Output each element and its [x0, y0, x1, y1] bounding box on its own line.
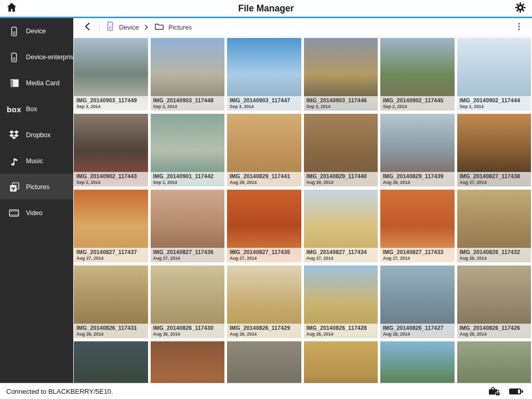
status-icons: [488, 385, 526, 397]
dropbox-icon: [6, 129, 22, 141]
file-tile[interactable]: IMG_20140826_117427Aug 26, 2014: [380, 265, 455, 338]
page-title: File Manager: [0, 3, 532, 14]
file-tile[interactable]: IMG_20140827_117436Aug 27, 2014: [151, 190, 225, 262]
file-tile[interactable]: IMG_20140903_117446Sep 3, 2014: [304, 38, 378, 111]
file-tile[interactable]: [74, 341, 148, 383]
file-tile[interactable]: [380, 341, 455, 383]
file-date: Aug 29, 2014: [307, 180, 376, 185]
file-tile[interactable]: IMG_20140827_117435Aug 27, 2014: [227, 190, 301, 262]
file-tile[interactable]: IMG_20140827_117434Aug 27, 2014: [304, 190, 378, 262]
sidebar-item-device-enterprise[interactable]: Device-enterprise: [0, 44, 73, 70]
file-date: Aug 27, 2014: [307, 256, 376, 261]
file-name: IMG_20140827_117438: [460, 173, 529, 179]
file-name: IMG_20140903_117447: [230, 97, 299, 103]
video-icon: [6, 207, 22, 219]
box-logo-icon: box: [6, 105, 22, 114]
sidebar: Device Device-enterprise Media CardboxBo…: [0, 18, 73, 383]
breadcrumb-item-device[interactable]: Device: [105, 20, 139, 34]
file-tile[interactable]: IMG_20140829_117441Aug 29, 2014: [227, 114, 301, 187]
file-name: IMG_20140826_117432: [460, 249, 529, 255]
file-label: IMG_20140827_117436Aug 27, 2014: [151, 248, 225, 262]
sidebar-item-media-card[interactable]: Media Card: [0, 70, 73, 96]
file-date: Aug 27, 2014: [460, 180, 529, 185]
sidebar-item-pictures[interactable]: Pictures: [0, 174, 73, 200]
file-date: Aug 27, 2014: [76, 256, 145, 261]
file-name: IMG_20140901_117442: [153, 173, 222, 179]
sidebar-item-label: Pictures: [26, 183, 49, 191]
photo-thumbnail: [151, 341, 225, 383]
sidebar-item-dropbox[interactable]: Dropbox: [0, 122, 73, 148]
file-tile[interactable]: IMG_20140826_117429Aug 26, 2014: [227, 265, 301, 338]
file-label: IMG_20140902_117444Sep 2, 2014: [457, 96, 531, 111]
phone-icon: [105, 20, 115, 34]
phone-icon: [6, 51, 22, 63]
file-date: Aug 26, 2014: [230, 331, 299, 337]
breadcrumb-separator: [99, 22, 100, 33]
file-label: IMG_20140826_117429Aug 26, 2014: [227, 324, 301, 338]
file-date: Sep 3, 2014: [153, 104, 222, 109]
back-button[interactable]: [78, 20, 97, 35]
file-tile[interactable]: IMG_20140826_117431Aug 26, 2014: [74, 265, 148, 338]
file-tile[interactable]: IMG_20140826_117426Aug 26, 2014: [457, 265, 531, 338]
file-tile[interactable]: IMG_20140902_117445Sep 2, 2014: [380, 38, 455, 111]
home-button[interactable]: [0, 0, 23, 17]
file-tile[interactable]: [304, 341, 378, 383]
file-name: IMG_20140827_117436: [153, 249, 222, 255]
file-label: IMG_20140829_117441Aug 29, 2014: [227, 172, 301, 187]
file-grid: IMG_20140903_117449Sep 3, 2014IMG_201409…: [73, 37, 532, 383]
file-name: IMG_20140902_117443: [76, 173, 145, 179]
file-label: IMG_20140826_117432Aug 26, 2014: [457, 248, 531, 262]
back-chevron-icon: [83, 21, 93, 33]
sidebar-item-label: Box: [26, 105, 37, 113]
file-tile[interactable]: IMG_20140826_117432Aug 26, 2014: [457, 190, 531, 262]
file-name: IMG_20140827_117435: [230, 249, 299, 255]
file-label: IMG_20140827_117435Aug 27, 2014: [227, 248, 301, 262]
file-date: Aug 26, 2014: [460, 256, 529, 261]
file-date: Aug 26, 2014: [307, 331, 376, 337]
file-date: Sep 3, 2014: [230, 104, 299, 109]
file-tile[interactable]: IMG_20140827_117437Aug 27, 2014: [74, 190, 148, 262]
file-name: IMG_20140829_117440: [307, 173, 376, 179]
sidebar-item-music[interactable]: Music: [0, 148, 73, 174]
file-label: IMG_20140826_117430Aug 26, 2014: [151, 324, 225, 338]
file-tile[interactable]: IMG_20140826_117428Aug 26, 2014: [304, 265, 378, 338]
file-tile[interactable]: IMG_20140826_117430Aug 26, 2014: [151, 265, 225, 338]
file-tile[interactable]: IMG_20140901_117442Sep 1, 2014: [151, 114, 225, 187]
file-tile[interactable]: IMG_20140827_117433Aug 27, 2014: [380, 190, 455, 262]
file-tile[interactable]: IMG_20140829_117439Aug 29, 2014: [380, 114, 455, 187]
file-label: IMG_20140827_117434Aug 27, 2014: [304, 248, 378, 262]
file-date: Sep 3, 2014: [307, 104, 376, 109]
file-tile[interactable]: [457, 341, 531, 383]
sidebar-item-device[interactable]: Device: [0, 18, 73, 44]
file-date: Aug 29, 2014: [383, 180, 452, 185]
file-label: IMG_20140827_117433Aug 27, 2014: [380, 248, 455, 262]
music-note-icon: [6, 155, 22, 167]
file-tile[interactable]: IMG_20140903_117448Sep 3, 2014: [151, 38, 225, 111]
sidebar-item-box[interactable]: boxBox: [0, 96, 73, 122]
file-label: IMG_20140903_117447Sep 3, 2014: [227, 96, 301, 111]
breadcrumb-bar: Device Pictures: [73, 18, 532, 37]
file-tile[interactable]: IMG_20140903_117449Sep 3, 2014: [74, 38, 148, 111]
file-tile[interactable]: [227, 341, 301, 383]
settings-button[interactable]: [508, 0, 532, 17]
file-tile[interactable]: IMG_20140902_117443Sep 2, 2014: [74, 114, 148, 187]
file-name: IMG_20140903_117446: [307, 97, 376, 103]
breadcrumb-item-pictures[interactable]: Pictures: [154, 21, 192, 34]
file-tile[interactable]: IMG_20140903_117447Sep 3, 2014: [227, 38, 301, 111]
file-name: IMG_20140829_117439: [383, 173, 452, 179]
file-date: Aug 26, 2014: [153, 331, 222, 337]
file-label: IMG_20140826_117426Aug 26, 2014: [457, 324, 531, 338]
file-name: IMG_20140826_117427: [383, 325, 452, 331]
file-tile[interactable]: IMG_20140829_117440Aug 29, 2014: [304, 114, 378, 187]
file-tile[interactable]: IMG_20140827_117438Aug 27, 2014: [457, 114, 531, 187]
sidebar-item-label: Video: [26, 209, 43, 217]
file-label: IMG_20140829_117439Aug 29, 2014: [380, 172, 455, 187]
sidebar-item-video[interactable]: Video: [0, 200, 73, 226]
file-date: Sep 2, 2014: [76, 180, 145, 185]
sidebar-item-label: Device-enterprise: [26, 54, 73, 61]
overflow-menu-button[interactable]: [509, 20, 529, 35]
gear-icon: [514, 2, 526, 15]
file-tile[interactable]: [151, 341, 225, 383]
file-label: IMG_20140826_117428Aug 26, 2014: [304, 324, 378, 338]
file-tile[interactable]: IMG_20140902_117444Sep 2, 2014: [457, 38, 531, 111]
